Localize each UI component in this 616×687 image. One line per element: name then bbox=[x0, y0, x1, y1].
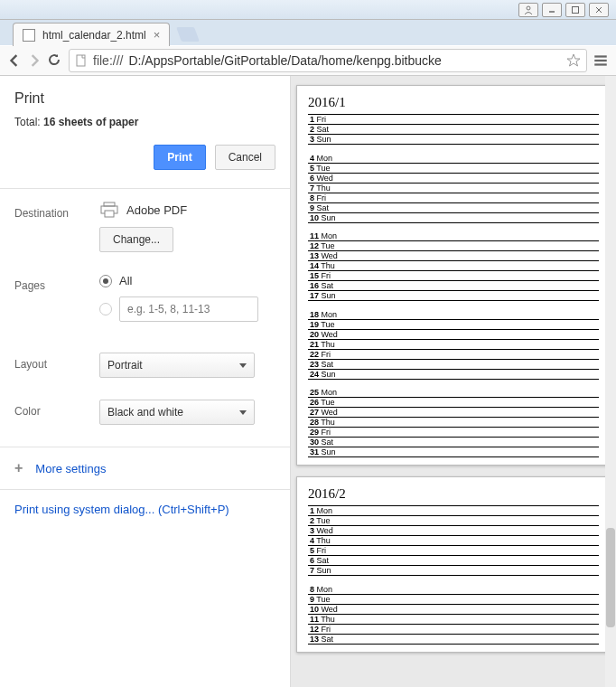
calendar-day-row: 17 Sun bbox=[308, 291, 599, 301]
calendar-day-row: 27 Wed bbox=[308, 408, 599, 418]
calendar-day-row: 14 Thu bbox=[308, 261, 599, 271]
calendar-day-row: 28 Thu bbox=[308, 418, 599, 428]
reload-button[interactable] bbox=[47, 52, 63, 69]
calendar-day-row: 15 Fri bbox=[308, 271, 599, 281]
calendar-day-row: 5 Fri bbox=[308, 546, 599, 556]
preview-scrollbar[interactable] bbox=[605, 76, 616, 687]
chevron-down-icon bbox=[239, 410, 247, 415]
destination-label: Destination bbox=[14, 202, 99, 220]
calendar-day-row: 6 Sat bbox=[308, 556, 599, 566]
calendar-day-row: 3 Wed bbox=[308, 526, 599, 536]
layout-label: Layout bbox=[14, 353, 99, 371]
forward-button[interactable] bbox=[27, 53, 42, 68]
color-label: Color bbox=[14, 400, 99, 418]
print-panel: Print Total: 16 sheets of paper Print Ca… bbox=[0, 76, 291, 687]
calendar-day-row: 25 Mon bbox=[308, 388, 599, 398]
more-settings-toggle[interactable]: + More settings bbox=[14, 460, 275, 476]
maximize-button[interactable] bbox=[565, 3, 585, 17]
print-heading: Print bbox=[14, 90, 275, 107]
pages-all-radio[interactable] bbox=[99, 275, 112, 287]
calendar-day-row: 30 Sat bbox=[308, 438, 599, 447]
month-title: 2016/1 bbox=[308, 95, 599, 110]
calendar-table: 1 Fri2 Sat3 Sun4 Mon5 Tue6 Wed7 Thu8 Fri… bbox=[308, 114, 599, 457]
calendar-day-row: 5 Tue bbox=[308, 163, 599, 173]
calendar-day-row: 19 Tue bbox=[308, 319, 599, 329]
calendar-day-row: 22 Fri bbox=[308, 349, 599, 359]
cancel-button[interactable]: Cancel bbox=[215, 145, 275, 170]
preview-page: 2016/11 Fri2 Sat3 Sun4 Mon5 Tue6 Wed7 Th… bbox=[296, 85, 611, 466]
minimize-button[interactable] bbox=[542, 3, 562, 17]
tab-title: html_calendar_2.html bbox=[42, 29, 146, 42]
calendar-day-row: 1 Mon bbox=[308, 506, 599, 516]
close-window-button[interactable] bbox=[589, 3, 609, 17]
calendar-day-row: 8 Fri bbox=[308, 193, 599, 202]
calendar-day-row: 6 Wed bbox=[308, 173, 599, 183]
calendar-day-row: 13 Sat bbox=[308, 634, 599, 644]
calendar-day-row: 23 Sat bbox=[308, 359, 599, 369]
calendar-day-row: 4 Mon bbox=[308, 154, 599, 164]
system-dialog-link[interactable]: Print using system dialog... (Ctrl+Shift… bbox=[14, 503, 275, 516]
calendar-day-row: 16 Sat bbox=[308, 281, 599, 291]
pages-custom-radio[interactable] bbox=[99, 303, 112, 315]
plus-icon: + bbox=[14, 460, 23, 476]
url-input[interactable] bbox=[128, 53, 561, 68]
layout-select[interactable]: Portrait bbox=[99, 353, 255, 378]
file-icon bbox=[75, 54, 88, 67]
color-select[interactable]: Black and white bbox=[99, 400, 255, 425]
calendar-day-row: 31 Sun bbox=[308, 447, 599, 457]
calendar-day-row: 2 Sat bbox=[308, 125, 599, 135]
content-area: Print Total: 16 sheets of paper Print Ca… bbox=[0, 76, 616, 687]
calendar-day-row: 21 Thu bbox=[308, 339, 599, 349]
page-icon bbox=[23, 29, 35, 42]
calendar-day-row: 29 Fri bbox=[308, 428, 599, 438]
calendar-day-row: 7 Sun bbox=[308, 566, 599, 576]
calendar-day-row: 10 Sun bbox=[308, 212, 599, 222]
svg-rect-5 bbox=[77, 55, 85, 66]
calendar-day-row: 2 Tue bbox=[308, 516, 599, 526]
print-total: Total: 16 sheets of paper bbox=[14, 116, 275, 128]
hamburger-menu-icon[interactable] bbox=[593, 52, 609, 69]
printer-icon bbox=[99, 202, 119, 218]
pages-input[interactable] bbox=[119, 296, 258, 322]
browser-tab[interactable]: html_calendar_2.html × bbox=[13, 23, 170, 46]
preview-page: 2016/21 Mon2 Tue3 Wed4 Thu5 Fri6 Sat7 Su… bbox=[296, 476, 611, 653]
calendar-table: 1 Mon2 Tue3 Wed4 Thu5 Fri6 Sat7 Sun8 Mon… bbox=[308, 505, 599, 645]
browser-toolbar: file:/// bbox=[0, 45, 616, 76]
calendar-day-row: 26 Tue bbox=[308, 398, 599, 408]
scroll-thumb[interactable] bbox=[606, 528, 615, 627]
user-button[interactable] bbox=[518, 3, 538, 17]
print-preview: 2016/11 Fri2 Sat3 Sun4 Mon5 Tue6 Wed7 Th… bbox=[291, 76, 616, 687]
calendar-day-row: 4 Thu bbox=[308, 536, 599, 546]
calendar-day-row: 13 Wed bbox=[308, 251, 599, 261]
calendar-day-row: 11 Mon bbox=[308, 231, 599, 241]
tab-strip: html_calendar_2.html × bbox=[0, 20, 616, 45]
svg-point-0 bbox=[527, 6, 530, 10]
calendar-day-row: 10 Wed bbox=[308, 604, 599, 614]
calendar-day-row: 7 Thu bbox=[308, 183, 599, 193]
url-protocol: file:/// bbox=[93, 53, 123, 68]
calendar-day-row: 11 Thu bbox=[308, 614, 599, 624]
svg-rect-11 bbox=[105, 211, 114, 217]
calendar-day-row: 9 Tue bbox=[308, 594, 599, 604]
pages-label: Pages bbox=[14, 274, 99, 292]
new-tab-button[interactable] bbox=[176, 27, 200, 42]
svg-rect-9 bbox=[104, 202, 115, 206]
month-title: 2016/2 bbox=[308, 486, 599, 502]
calendar-day-row: 3 Sun bbox=[308, 135, 599, 145]
calendar-day-row: 20 Wed bbox=[308, 329, 599, 339]
calendar-day-row: 12 Fri bbox=[308, 624, 599, 634]
close-tab-icon[interactable]: × bbox=[154, 28, 161, 42]
bookmark-star-icon[interactable] bbox=[566, 53, 581, 68]
print-button[interactable]: Print bbox=[154, 145, 205, 170]
back-button[interactable] bbox=[7, 53, 22, 68]
calendar-day-row: 24 Sun bbox=[308, 369, 599, 379]
address-bar[interactable]: file:/// bbox=[69, 49, 587, 72]
calendar-day-row: 1 Fri bbox=[308, 115, 599, 125]
destination-value: Adobe PDF bbox=[126, 203, 187, 217]
chevron-down-icon bbox=[239, 363, 247, 368]
calendar-day-row: 12 Tue bbox=[308, 241, 599, 251]
pages-all-label: All bbox=[119, 274, 132, 287]
svg-rect-2 bbox=[573, 7, 579, 14]
calendar-day-row: 9 Sat bbox=[308, 202, 599, 212]
change-destination-button[interactable]: Change... bbox=[99, 227, 173, 252]
